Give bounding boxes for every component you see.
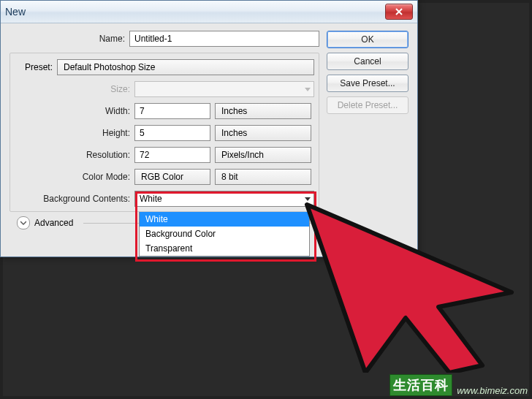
ok-button[interactable]: OK [327,31,408,48]
height-input[interactable]: 5 [134,125,210,141]
watermark: 生活百科 www.bimeiz.com [390,374,528,396]
advanced-expander[interactable] [17,216,30,229]
color-mode-label: Color Mode: [15,172,130,182]
preset-dropdown[interactable]: Default Photoshop Size [57,59,314,75]
resolution-input[interactable]: 72 [134,147,210,163]
height-unit-dropdown[interactable]: Inches [215,125,311,141]
resolution-label: Resolution: [15,150,130,160]
width-input[interactable]: 7 [134,103,210,119]
bg-option-background-color[interactable]: Background Color [140,227,309,241]
window-title: New [5,6,385,18]
watermark-badge: 生活百科 [390,374,452,396]
width-unit-dropdown[interactable]: Inches [215,103,311,119]
bg-option-white[interactable]: White [140,212,309,227]
size-dropdown [134,81,314,97]
width-label: Width: [15,106,130,116]
watermark-url: www.bimeiz.com [457,385,528,396]
bg-label: Background Contents: [15,194,130,204]
chevron-down-icon [305,197,311,201]
name-input[interactable]: Untitled-1 [129,31,319,47]
resolution-unit-dropdown[interactable]: Pixels/Inch [215,147,311,163]
bg-option-transparent[interactable]: Transparent [140,241,309,256]
chevron-down-icon [305,88,311,91]
save-preset-button[interactable]: Save Preset... [327,75,408,92]
advanced-label: Advanced [34,218,73,228]
preset-fieldset: Preset: Default Photoshop Size Size: Wid… [10,53,319,212]
preset-label: Preset: [15,62,53,72]
name-label: Name: [10,34,125,44]
titlebar: New [1,1,417,23]
bg-contents-dropdown-list: White Background Color Transparent [139,212,310,256]
close-icon [395,8,403,15]
chevron-down-icon [20,220,26,226]
height-label: Height: [15,128,130,138]
cancel-button[interactable]: Cancel [327,53,408,70]
size-label: Size: [15,84,130,94]
delete-preset-button: Delete Preset... [327,96,408,114]
close-button[interactable] [385,4,413,20]
bg-contents-dropdown[interactable]: White [134,191,314,207]
color-mode-dropdown[interactable]: RGB Color [134,169,210,185]
bit-depth-dropdown[interactable]: 8 bit [215,169,311,185]
